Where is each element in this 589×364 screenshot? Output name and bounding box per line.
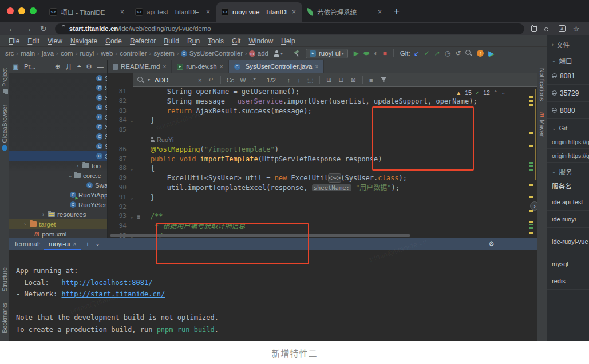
service-row-redis[interactable]: redis — [547, 272, 589, 290]
tree-item-s[interactable]: CS — [9, 73, 107, 83]
bookmark-star-icon[interactable]: ☆ — [573, 25, 580, 33]
browser-tab[interactable]: <>api-test - TitanIDE× — [131, 2, 216, 22]
terminal-dropdown-icon[interactable]: ⌄ — [96, 241, 100, 247]
tree-item-s[interactable]: CS — [9, 141, 107, 151]
expand-all-icon[interactable]: ⼶ — [65, 62, 72, 71]
sidebar-section-git[interactable]: ⌄Git — [547, 121, 589, 135]
search-everywhere-icon[interactable] — [465, 50, 472, 57]
tree-item-s[interactable]: CS — [9, 122, 107, 132]
breadcrumb-class[interactable]: SysUserController — [189, 50, 243, 57]
tree-item-s[interactable]: CS — [9, 93, 107, 102]
tree-chevron-icon[interactable]: › — [42, 212, 48, 217]
tree-item-s[interactable]: CS — [9, 83, 107, 93]
editor-vscrollbar[interactable] — [535, 89, 536, 180]
menu-item-refactor[interactable]: Refactor — [126, 37, 160, 45]
service-row-mysql[interactable]: mysql — [547, 255, 589, 272]
port-row-35729[interactable]: 35729 — [547, 85, 589, 102]
editor-tab-readme-md[interactable]: README.md× — [108, 60, 172, 73]
menu-item-code[interactable]: Code — [101, 37, 126, 45]
select-all-occurrences-icon[interactable]: ⬚ — [307, 76, 313, 84]
tool-window-maven[interactable]: mMaven — [539, 112, 545, 137]
clear-search-icon[interactable]: × — [198, 77, 201, 84]
git-commit-icon[interactable]: ✓ — [424, 49, 430, 57]
minimize-window-icon[interactable] — [18, 7, 25, 14]
update-notification-icon[interactable]: ↑ — [477, 50, 484, 57]
menu-item-help[interactable]: Help — [277, 37, 299, 45]
menu-item-navigate[interactable]: Navigate — [66, 37, 101, 45]
fold-chevron-icon[interactable]: ⌄ — [131, 212, 133, 221]
menu-item-run[interactable]: Run — [183, 37, 204, 45]
prev-issue-icon[interactable]: ⌃ — [493, 90, 498, 96]
breadcrumb-item[interactable]: system — [153, 50, 175, 57]
sidebar-section-端口[interactable]: ⌄端口 — [547, 54, 589, 68]
breadcrumb-item[interactable]: src — [5, 50, 14, 57]
toggle-selection-icon[interactable]: ⊠ — [351, 76, 356, 84]
browser-tab[interactable]: <>ruoyi-vue - TitanIDE× — [216, 2, 302, 22]
tree-chevron-icon[interactable]: ⌄ — [68, 173, 74, 179]
newline-icon[interactable]: ↵ — [208, 76, 214, 84]
close-tab-icon[interactable]: × — [220, 64, 223, 70]
tool-window-notifications[interactable]: Notifications — [539, 68, 545, 101]
tree-item-resources[interactable]: ›resources — [9, 209, 107, 219]
close-tab-icon[interactable]: × — [118, 8, 126, 16]
fold-chevron-icon[interactable]: ⌄ — [131, 116, 133, 125]
browser-tab[interactable]: <>项目 - TitanIDE× — [45, 2, 131, 22]
tree-item-swa[interactable]: CSwa — [9, 180, 107, 190]
menu-item-tools[interactable]: Tools — [204, 37, 228, 45]
run-configuration-select[interactable]: ▸ ruoyi-ui ▾ — [306, 49, 348, 58]
translate-icon[interactable]: A — [559, 25, 566, 32]
git-remote-row-origin-https-gitee[interactable]: origin https://gitee — [547, 149, 589, 163]
tree-item-target[interactable]: ›target — [9, 219, 107, 229]
inspections-widget[interactable]: ▲15 ✓12 ⌃ ⌄ — [456, 89, 505, 96]
history-clock-icon[interactable]: ◷ — [445, 49, 450, 57]
hide-panel-icon[interactable]: — — [97, 63, 104, 70]
breadcrumb-item[interactable]: main — [20, 50, 35, 57]
reload-icon[interactable]: ↻ — [40, 24, 47, 33]
editor-tab-sysusercontroller-java[interactable]: CSysUserController.java× — [229, 60, 325, 73]
tree-item-ruoyiser[interactable]: CRuoYiSer — [9, 200, 107, 209]
remove-selection-icon[interactable]: ⊟ — [338, 76, 343, 84]
filter-icon[interactable] — [381, 77, 386, 82]
close-tab-icon[interactable]: × — [204, 8, 212, 16]
run-icon[interactable]: ▶ — [354, 49, 359, 57]
debug-icon[interactable]: ⬬ — [363, 49, 369, 57]
fold-chevron-icon[interactable]: ⌄ — [131, 164, 133, 173]
terminal-settings-gear-icon[interactable]: ⚙ — [488, 240, 495, 248]
prev-occurrence-icon[interactable]: ↑ — [287, 77, 291, 84]
tool-window-gidea-browser[interactable]: GideaBrowser — [1, 105, 8, 151]
ide-services-icon[interactable]: ▶ — [488, 49, 493, 57]
git-remote-row-origin-https-gitee[interactable]: origin https://gitee — [547, 135, 589, 149]
breadcrumb-item[interactable]: web — [100, 50, 113, 57]
search-query[interactable]: ADD — [155, 77, 195, 84]
tool-window-bookmarks[interactable]: Bookmarks — [1, 303, 8, 333]
close-tab-icon[interactable]: × — [290, 8, 298, 16]
breadcrumb-item[interactable]: ruoyi — [80, 50, 95, 57]
new-terminal-icon[interactable]: + — [85, 240, 90, 248]
tree-item-pom-xml[interactable]: mpom.xml — [9, 229, 107, 238]
sidebar-section-文件[interactable]: ›文件 — [547, 38, 589, 52]
menu-item-git[interactable]: Git — [228, 37, 244, 45]
git-update-icon[interactable]: ↙ — [414, 49, 420, 57]
tree-chevron-icon[interactable]: › — [24, 221, 30, 227]
search-options-icon[interactable]: ≡ — [369, 77, 373, 84]
next-issue-icon[interactable]: ⌄ — [501, 90, 505, 96]
port-row-8081[interactable]: 8081 — [547, 68, 589, 85]
tree-chevron-icon[interactable]: › — [77, 163, 82, 169]
close-tab-icon[interactable]: × — [376, 8, 384, 16]
breadcrumb-item[interactable]: com — [60, 50, 74, 57]
stop-icon[interactable]: ■ — [382, 49, 386, 57]
sidebar-section-服务[interactable]: ⌄服务 — [547, 165, 589, 179]
git-push-icon[interactable]: ↗ — [434, 49, 440, 57]
build-hammer-icon[interactable] — [294, 50, 300, 57]
tree-item-too[interactable]: ›too — [9, 161, 107, 171]
expand-panel-icon[interactable]: ❯ — [530, 201, 537, 211]
browser-tab[interactable]: 若依管理系统× — [302, 2, 388, 22]
breadcrumb-method[interactable]: add — [257, 50, 269, 57]
regex-toggle[interactable]: .* — [252, 77, 256, 84]
menu-item-window[interactable]: Window — [244, 37, 277, 45]
whole-words-toggle[interactable]: W — [240, 77, 246, 84]
match-case-toggle[interactable]: Cc — [227, 77, 234, 84]
tree-item-s[interactable]: CS — [9, 132, 107, 141]
coverage-icon[interactable]: ◐ — [374, 49, 378, 57]
close-icon[interactable]: × — [73, 241, 76, 247]
